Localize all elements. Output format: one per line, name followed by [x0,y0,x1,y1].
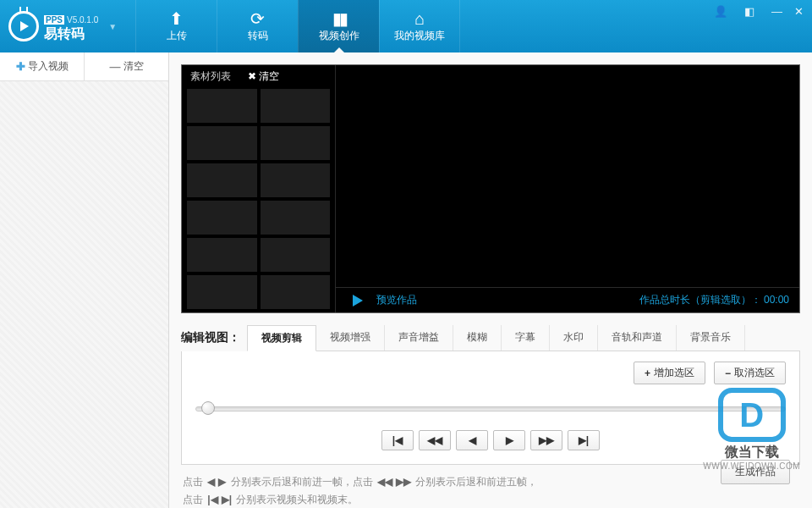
generate-button[interactable]: 生成作品 [721,460,790,484]
play-button[interactable] [353,295,363,306]
cancel-selection-label: 取消选区 [734,366,775,380]
sidebar-clear-button[interactable]: — 清空 [85,52,168,80]
minus-icon: — [110,60,121,73]
material-panel: 素材列表 ✖ 清空 [182,65,336,312]
material-slot[interactable] [261,163,331,197]
add-selection-button[interactable]: +增加选区 [634,362,705,384]
tab-enhance[interactable]: 视频增强 [316,325,385,351]
user-icon[interactable]: 👤 [714,5,727,18]
nav-create-label: 视频创作 [319,29,359,43]
material-clear-label: 清空 [259,69,279,84]
tab-clip[interactable]: 视频剪辑 [247,325,316,351]
nav-convert-label: 转码 [248,29,268,43]
material-slot[interactable] [187,89,257,123]
total-duration-label: 作品总时长（剪辑选取）： [639,294,761,306]
hint-text: 点击 ◀▶ 分别表示后退和前进一帧，点击 ◀◀▶▶ 分别表示后退和前进五帧， 点… [181,473,800,508]
convert-icon [250,10,265,27]
fwd-1-button[interactable]: ▶ [493,430,525,450]
go-start-button[interactable]: |◀ [381,430,414,450]
home-icon [414,10,425,27]
cancel-selection-button[interactable]: −取消选区 [714,362,786,384]
back-1-button[interactable]: ◀ [456,430,488,450]
nav-create[interactable]: 视频创作 [298,0,379,52]
film-icon [332,10,346,27]
preview-panel: 预览作品 作品总时长（剪辑选取）： 00:00 [336,65,799,312]
app-name: 易转码 [44,26,98,41]
edit-tabs: 视频剪辑 视频增强 声音增益 模糊 字幕 水印 音轨和声道 背景音乐 [247,325,800,351]
plus-icon: ✚ [16,60,25,73]
close-icon: ✖ [248,70,256,82]
import-video-button[interactable]: ✚ 导入视频 [0,52,85,80]
app-menu-caret-icon[interactable]: ▼ [108,22,117,31]
sidebar-clear-label: 清空 [123,59,144,74]
tab-bgm[interactable]: 背景音乐 [677,325,745,351]
close-button[interactable]: ✕ [794,5,804,18]
preview-work-button[interactable]: 预览作品 [376,293,417,307]
nav-library-label: 我的视频库 [394,29,445,43]
edit-view-label: 编辑视图： [181,330,240,345]
stage: 素材列表 ✖ 清空 [181,64,800,313]
tab-track[interactable]: 音轨和声道 [598,325,677,351]
material-slot[interactable] [187,275,257,309]
nav-convert[interactable]: 转码 [217,0,298,52]
upload-icon [169,10,184,27]
fwd-5-button[interactable]: ▶▶ [530,430,562,450]
preview-canvas [336,65,799,287]
material-clear-button[interactable]: ✖ 清空 [239,69,288,84]
import-label: 导入视频 [28,59,69,74]
minimize-button[interactable]: — [771,5,782,18]
material-slot[interactable] [261,238,331,272]
material-slot[interactable] [187,201,257,235]
material-slot[interactable] [261,89,331,123]
total-duration-value: 00:00 [764,294,789,306]
back-5-button[interactable]: ◀◀ [419,430,451,450]
nav-upload-label: 上传 [167,29,187,43]
add-selection-label: 增加选区 [654,366,694,380]
material-slot[interactable] [187,238,257,272]
app-version: V5.0.1.0 [67,15,98,25]
material-list-label: 素材列表 [182,69,239,84]
sidebar: ✚ 导入视频 — 清空 [0,52,169,508]
tab-watermark[interactable]: 水印 [550,325,598,351]
tab-blur[interactable]: 模糊 [453,325,502,351]
go-end-button[interactable]: ▶| [568,430,600,450]
app-pps-badge: PPS [44,15,64,25]
material-slot[interactable] [187,163,257,197]
material-slot[interactable] [261,126,331,160]
material-slot[interactable] [261,201,331,235]
feedback-icon[interactable]: ◧ [744,5,754,18]
timeline-thumb[interactable] [201,401,215,415]
nav-library[interactable]: 我的视频库 [379,0,460,52]
tab-subtitle[interactable]: 字幕 [502,325,550,351]
nav-upload[interactable]: 上传 [135,0,217,52]
material-slot[interactable] [261,275,331,309]
material-slot[interactable] [187,126,257,160]
app-logo-area[interactable]: PPSV5.0.1.0 易转码 ▼ [0,0,129,52]
app-logo-icon [8,11,39,41]
timeline-slider[interactable] [195,406,786,411]
tab-audio-gain[interactable]: 声音增益 [385,325,453,351]
